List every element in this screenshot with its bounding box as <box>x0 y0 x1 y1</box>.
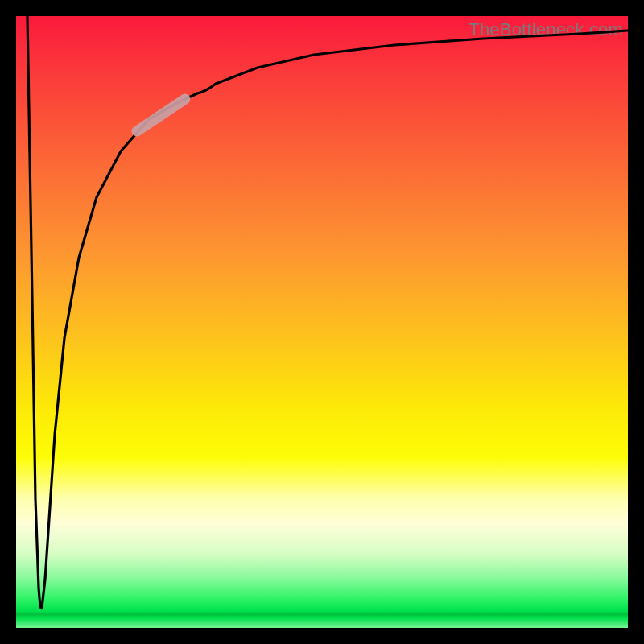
curve-layer <box>16 16 628 628</box>
chart-frame: TheBottleneck.com <box>0 0 644 644</box>
plot-area: TheBottleneck.com <box>16 16 628 628</box>
curve-highlight-segment <box>137 99 185 131</box>
bottleneck-curve <box>27 16 628 609</box>
